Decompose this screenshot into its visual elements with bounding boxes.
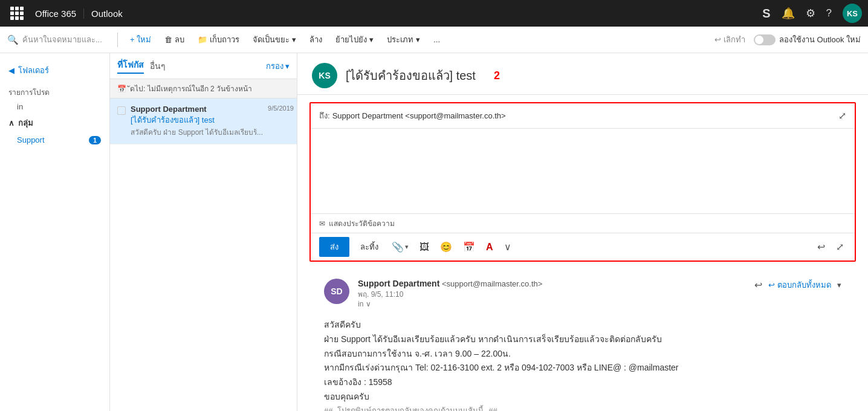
sidebar-group-label: ∧ กลุ่ม <box>0 113 109 133</box>
chevron-down-icon: ▾ <box>837 280 841 290</box>
attach-button[interactable]: 📎 ▾ <box>389 240 411 254</box>
send-button[interactable]: ส่ง <box>319 237 349 257</box>
organize-button[interactable]: จัดเป็นขยะ ▾ <box>248 31 301 48</box>
undo-button[interactable]: ↩ เลิกทำ <box>710 31 750 48</box>
attach-chevron: ▾ <box>405 243 409 251</box>
reply-to-row: ถึง: Support Department <support@mailmas… <box>311 103 855 129</box>
chevron-down-icon: ▾ <box>416 35 420 44</box>
tab-tofocus[interactable]: ที่โฟกัส <box>117 58 144 74</box>
email-subject: [ได้รับคำร้องขอแล้ว] test <box>346 66 476 85</box>
filter-button[interactable]: กรอง ▾ <box>266 60 290 73</box>
email-subject-header: KS [ได้รับคำร้องขอแล้ว] test 2 <box>297 53 868 95</box>
toolbar-right: ↩ เลิกทำ ลองใช้งาน Outlook ใหม่ <box>710 31 861 48</box>
delete-button[interactable]: 🗑 ลบ <box>160 31 189 48</box>
reply-box: ถึง: Support Department <support@mailmas… <box>309 102 856 262</box>
forward-icon: ↩ <box>754 279 762 291</box>
chevron-down-icon: ▾ <box>292 35 296 44</box>
more-format-button[interactable]: ∨ <box>502 240 514 254</box>
orig-date-line: พฤ. 9/5, 11:10 <box>358 288 746 300</box>
sidebar-back-button[interactable]: ◀ โฟลเดอร์ <box>0 59 109 82</box>
body-line2: ฝ่าย Support ได้รับอีเมลเรียบร้อยแล้วครั… <box>324 332 841 347</box>
body-line6: ขอบคุณครับ <box>324 390 841 404</box>
chevron-down-icon: ∧ <box>8 118 15 128</box>
reply-watermark <box>319 135 846 207</box>
avatar[interactable]: KS <box>843 4 862 23</box>
msg-content: Support Department [ได้รับคำร้องขอแล้ว] … <box>131 105 263 138</box>
office365-title: Office 365 <box>28 8 84 19</box>
undo-icon: ↩ <box>817 241 825 253</box>
msg-list-header: ที่โฟกัส อื่นๆ กรอง ▾ <box>110 53 297 79</box>
search-area[interactable]: 🔍 ค้นหาในจดหมายและ... <box>7 33 110 46</box>
skype-icon[interactable]: S <box>762 7 770 21</box>
reply-attach-row: ✉ แสดงประวัติข้อความ <box>311 213 855 233</box>
separator <box>117 33 118 47</box>
help-icon[interactable]: ? <box>826 7 832 19</box>
ks-avatar: KS <box>312 63 337 88</box>
type-button[interactable]: ประเภท ▾ <box>382 31 425 48</box>
chevron-down-icon: ▾ <box>369 35 374 44</box>
orig-header: SD Support Department <support@mailmaste… <box>324 279 841 308</box>
search-placeholder: ค้นหาในจดหมายและ... <box>22 33 102 46</box>
support-badge: 1 <box>89 136 101 144</box>
msg-date: 9/5/2019 <box>268 105 294 112</box>
msg-checkbox[interactable] <box>117 106 126 115</box>
orig-sender-name: Support Department <support@mailmaster.c… <box>358 279 746 288</box>
delete-icon: 🗑 <box>164 35 172 44</box>
bell-icon[interactable]: 🔔 <box>782 7 795 20</box>
to-address: Support Department <support@mailmaster.c… <box>332 111 506 120</box>
move-button[interactable]: ย้ายไปยัง ▾ <box>331 31 378 48</box>
undo-format-button[interactable]: ↩ <box>815 240 828 254</box>
undo-icon: ↩ <box>714 35 721 44</box>
font-button[interactable]: A <box>484 241 496 254</box>
search-icon: 🔍 <box>7 34 19 45</box>
reply-body[interactable] <box>311 129 855 213</box>
main-layout: ◀ โฟลเดอร์ รายการโปรด in ∧ กลุ่ม Support… <box>0 53 868 411</box>
pop-out-button[interactable]: ⤢ <box>834 240 846 254</box>
msg-filter-bar: 📅 ัดไป: ไม่มีเหตุการณ์ในอีก 2 วันข้างหน้… <box>110 79 297 99</box>
new-outlook-toggle[interactable] <box>754 34 776 45</box>
emoji-button[interactable]: 😊 <box>438 240 455 254</box>
back-icon: ◀ <box>8 66 15 75</box>
archive-button[interactable]: 📁 เก็บถาวร <box>193 31 244 48</box>
image-button[interactable]: 🖼 <box>417 241 432 254</box>
settings-icon[interactable]: ⚙ <box>806 7 815 20</box>
msg-preview: สวัสดีครับ ฝ่าย Support ได้รับอีเมลเรียบ… <box>131 126 263 138</box>
toggle-label: ลองใช้งาน Outlook ใหม่ <box>779 33 861 46</box>
clean-button[interactable]: ล้าง <box>305 31 327 48</box>
chevron-down-icon: ▾ <box>285 62 290 71</box>
chevron-down-icon: ∨ <box>504 241 511 253</box>
calendar-icon: 📅 <box>117 85 126 93</box>
calendar-icon: 📅 <box>463 241 475 253</box>
pop-out-icon: ⤢ <box>836 241 844 253</box>
expand-icon[interactable]: ⤢ <box>838 110 846 121</box>
orig-body: สวัสดีครับ ฝ่าย Support ได้รับอีเมลเรียบ… <box>324 318 841 411</box>
message-item[interactable]: Support Department [ได้รับคำร้องขอแล้ว] … <box>110 99 297 144</box>
body-line3: กรณีสอบถามการใช้งาน จ.-ศ. เวลา 9.00 – 22… <box>324 347 841 361</box>
apps-grid-button[interactable] <box>6 0 28 27</box>
to-label: ถึง: <box>319 109 330 122</box>
orig-info: Support Department <support@mailmaster.c… <box>358 279 746 308</box>
orig-in[interactable]: in ∨ <box>358 300 746 308</box>
reply-all-button[interactable]: ↩ ตอบกลับทั้งหมด <box>768 279 831 291</box>
reply-toolbar: ส่ง ละทิ้ง 📎 ▾ 🖼 😊 📅 A <box>311 233 855 261</box>
toolbar: 🔍 ค้นหาในจดหมายและ... + ใหม่ 🗑 ลบ 📁 เก็บ… <box>0 27 868 53</box>
new-button[interactable]: + ใหม่ <box>125 31 156 48</box>
calendar-button[interactable]: 📅 <box>461 240 478 254</box>
discard-button[interactable]: ละทิ้ง <box>355 237 383 257</box>
reply-all-icon: ↩ <box>768 280 775 290</box>
attach-icon: 📎 <box>392 241 404 253</box>
outlook-title: Outlook <box>91 8 123 19</box>
image-icon: 🖼 <box>419 242 429 253</box>
sidebar-item-in[interactable]: in <box>0 100 109 113</box>
topbar: Office 365 Outlook S 🔔 ⚙ ? KS <box>0 0 868 27</box>
sidebar-item-support[interactable]: Support 1 <box>0 133 109 147</box>
orig-avatar: SD <box>324 279 349 304</box>
more-button[interactable]: ... <box>429 33 445 47</box>
msg-subject: [ได้รับคำร้องขอแล้ว] test <box>131 114 263 126</box>
attach-label: แสดงประวัติข้อความ <box>329 218 395 229</box>
tab-other[interactable]: อื่นๆ <box>150 59 166 73</box>
archive-icon: 📁 <box>198 35 207 44</box>
body-line1: สวัสดีครับ <box>324 318 841 332</box>
body-comment: ##- โปรดพิมพ์การตอบกลับของคุณด้านบนเส้นน… <box>324 404 841 411</box>
message-list: ที่โฟกัส อื่นๆ กรอง ▾ 📅 ัดไป: ไม่มีเหตุก… <box>110 53 297 411</box>
